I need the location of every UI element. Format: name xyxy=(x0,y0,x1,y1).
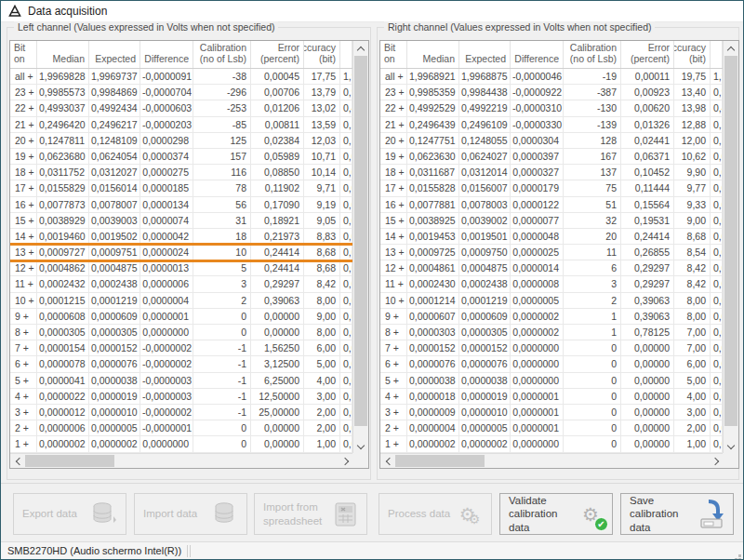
column-header-expected[interactable]: Expected xyxy=(89,41,140,68)
table-row[interactable]: 8 +0,00003030,00003050,000000210,781257,… xyxy=(380,325,723,340)
table-row[interactable]: 13 +0,00097250,00097500,0000025110,26855… xyxy=(380,245,723,260)
table-row[interactable]: 21 +0,24964200,2496217-0,0000203-850,008… xyxy=(10,117,352,133)
column-header-accuracy[interactable]: Accuracy (bit) xyxy=(674,41,711,68)
resize-grip-icon[interactable] xyxy=(738,554,741,557)
table-row[interactable]: 11 +0,00024300,00024380,000000830,292978… xyxy=(380,276,723,292)
table-row[interactable]: 14 +0,00194600,00195020,0000042180,21973… xyxy=(10,229,352,245)
table-row[interactable]: 9 +0,00006080,00006090,000000100,000009,… xyxy=(10,309,352,325)
table-row[interactable]: 18 +0,03117520,03120270,00002751160,0885… xyxy=(10,165,352,180)
table-row[interactable]: 15 +0,00389250,00390020,0000077320,19531… xyxy=(380,213,723,229)
table-row[interactable]: 6 +0,00000760,00000760,000000000,000006,… xyxy=(380,356,723,372)
table-row[interactable]: 5 +0,00000410,0000038-0,0000003-16,25000… xyxy=(10,373,352,389)
table-row[interactable]: 18 +0,03116870,03120140,00003271370,1045… xyxy=(380,165,723,180)
table-row[interactable]: all +1,99698281,9969737-0,0000091-380,00… xyxy=(10,69,352,85)
table-row[interactable]: 20 +0,12477510,12480550,00003041280,0244… xyxy=(380,133,723,149)
cell: 7,00 xyxy=(674,340,711,355)
table-row[interactable]: 13 +0,00097270,00097510,0000024100,24414… xyxy=(10,245,352,260)
table-row[interactable]: 3 +0,00000090,00000100,000000100,000003,… xyxy=(380,405,723,420)
column-header-median[interactable]: Median xyxy=(407,41,459,68)
column-header-extra[interactable] xyxy=(340,41,352,68)
cell: 0,0000374 xyxy=(140,149,193,164)
column-header-extra[interactable] xyxy=(711,41,723,68)
scroll-left-button[interactable] xyxy=(10,454,24,468)
column-header-bit[interactable]: Bit on xyxy=(10,41,37,68)
scroll-up-button[interactable] xyxy=(724,41,738,55)
horizontal-scroll-thumb[interactable] xyxy=(25,455,114,467)
horizontal-scroll-thumb[interactable] xyxy=(395,455,485,467)
table-row[interactable]: 7 +0,00001540,0000152-0,0000002-11,56250… xyxy=(10,340,352,356)
column-header-calibration[interactable]: Calibration (no of Lsb) xyxy=(193,41,251,68)
cell: 0,00045 xyxy=(251,69,304,84)
table-row[interactable]: 17 +0,01558290,01560140,0000185780,11902… xyxy=(10,180,352,196)
table-row[interactable]: all +1,99689211,9968875-0,0000046-190,00… xyxy=(380,69,723,85)
table-row[interactable]: 21 +0,24964390,2496109-0,0000330-1390,01… xyxy=(380,117,723,133)
table-row[interactable]: 22 +0,49930370,4992434-0,0000603-2530,01… xyxy=(10,100,352,116)
table-row[interactable]: 2 +0,00000060,0000005-0,000000100,000002… xyxy=(10,420,352,436)
table-row[interactable]: 6 +0,00000780,0000076-0,0000002-13,12500… xyxy=(10,356,352,372)
table-row[interactable]: 14 +0,00194530,00195010,0000048200,24414… xyxy=(380,229,723,245)
scroll-down-button[interactable] xyxy=(353,439,368,453)
vertical-scrollbar[interactable] xyxy=(352,41,368,453)
cell: -0,0000310 xyxy=(511,100,564,115)
cell: 0,0 xyxy=(340,165,352,180)
scroll-left-button[interactable] xyxy=(380,454,394,468)
column-header-bit[interactable]: Bit on xyxy=(380,41,407,68)
column-header-difference[interactable]: Difference xyxy=(140,41,193,68)
table-row[interactable]: 10 +0,00012150,00012190,000000420,390638… xyxy=(10,293,352,309)
cell: 0,0 xyxy=(340,276,352,291)
table-row[interactable]: 22 +0,49925290,4992219-0,0000310-1300,00… xyxy=(380,100,723,116)
save-calibration-data-button[interactable]: Save calibration data xyxy=(620,493,734,535)
table-row[interactable]: 1 +0,00000020,00000020,000000000,000001,… xyxy=(10,436,352,452)
column-header-accuracy[interactable]: Accuracy (bit) xyxy=(304,41,340,68)
table-row[interactable]: 20 +0,12478110,12481090,00002981250,0238… xyxy=(10,133,352,149)
table-row[interactable]: 8 +0,00003050,00003050,000000000,000008,… xyxy=(10,325,352,340)
table-row[interactable]: 4 +0,00000180,00000190,000000100,000004,… xyxy=(380,389,723,405)
table-row[interactable]: 11 +0,00024320,00024380,000000630,292978… xyxy=(10,276,352,292)
import-data-button[interactable]: Import data xyxy=(134,493,247,535)
table-row[interactable]: 19 +0,06236300,06240270,00003971670,0637… xyxy=(380,149,723,165)
cell: 0,00000 xyxy=(621,389,674,404)
column-header-error[interactable]: Error (percent) xyxy=(251,41,304,68)
table-row[interactable]: 23 +0,99855730,9984869-0,0000704-2960,00… xyxy=(10,85,352,100)
table-row[interactable]: 12 +0,00048610,00048750,000001460,292978… xyxy=(380,260,723,276)
column-header-expected[interactable]: Expected xyxy=(459,41,511,68)
import-from-spreadsheet-button[interactable]: Import from spreadsheet xyxy=(254,493,367,535)
table-row[interactable]: 3 +0,00000120,0000010-0,0000002-125,0000… xyxy=(10,405,352,420)
table-row[interactable]: 19 +0,06236800,06240540,00003741570,0598… xyxy=(10,149,352,165)
vertical-scroll-thumb[interactable] xyxy=(354,56,367,426)
vertical-scroll-thumb[interactable] xyxy=(724,56,737,426)
table-row[interactable]: 15 +0,00389290,00390030,0000074310,18921… xyxy=(10,213,352,229)
table-row[interactable]: 17 +0,01558280,01560070,0000179750,11444… xyxy=(380,180,723,196)
table-row[interactable]: 9 +0,00006070,00006090,000000210,390638,… xyxy=(380,309,723,325)
scroll-right-button[interactable] xyxy=(709,454,723,468)
table-row[interactable]: 4 +0,00000220,0000019-0,0000003-112,5000… xyxy=(10,389,352,405)
table-row[interactable]: 16 +0,00778730,00780070,0000134560,17090… xyxy=(10,197,352,213)
column-header-error[interactable]: Error (percent) xyxy=(621,41,674,68)
cell: 0,0000002 xyxy=(407,436,459,451)
scroll-down-button[interactable] xyxy=(724,439,738,453)
scroll-right-button[interactable] xyxy=(339,454,352,468)
table-row[interactable]: 2 +0,00000040,00000050,000000100,000002,… xyxy=(380,420,723,436)
table-header-row: Bit onMedianExpectedDifferenceCalibratio… xyxy=(10,41,352,69)
left-channel-table: Bit onMedianExpectedDifferenceCalibratio… xyxy=(9,40,369,469)
horizontal-scrollbar[interactable] xyxy=(10,453,352,468)
table-row[interactable]: 12 +0,00048620,00048750,000001350,244148… xyxy=(10,260,352,276)
column-header-calibration[interactable]: Calibration (no of Lsb) xyxy=(564,41,621,68)
vertical-scrollbar[interactable] xyxy=(723,41,738,453)
scroll-up-button[interactable] xyxy=(353,41,368,55)
cell: 0,0000134 xyxy=(140,197,193,212)
cell: -0,0000091 xyxy=(140,69,193,84)
table-row[interactable]: 5 +0,00000380,00000380,000000000,000005,… xyxy=(380,373,723,389)
horizontal-scrollbar[interactable] xyxy=(380,453,723,468)
column-header-difference[interactable]: Difference xyxy=(511,41,564,68)
cell: 0,0000002 xyxy=(89,436,140,451)
export-data-button[interactable]: Export data xyxy=(13,493,126,535)
process-data-button[interactable]: Process data ⚙⚙ xyxy=(379,493,492,535)
table-row[interactable]: 10 +0,00012140,00012190,000000520,390638… xyxy=(380,293,723,309)
table-row[interactable]: 7 +0,00001520,00001520,000000000,000007,… xyxy=(380,340,723,356)
column-header-median[interactable]: Median xyxy=(37,41,89,68)
table-row[interactable]: 23 +0,99853590,9984438-0,0000922-3870,00… xyxy=(380,85,723,100)
validate-calibration-data-button[interactable]: Validate calibration data ⚙ ✔ xyxy=(499,493,613,535)
table-row[interactable]: 16 +0,00778810,00780030,0000122510,15564… xyxy=(380,197,723,213)
table-row[interactable]: 1 +0,00000020,00000020,000000000,000001,… xyxy=(380,436,723,452)
